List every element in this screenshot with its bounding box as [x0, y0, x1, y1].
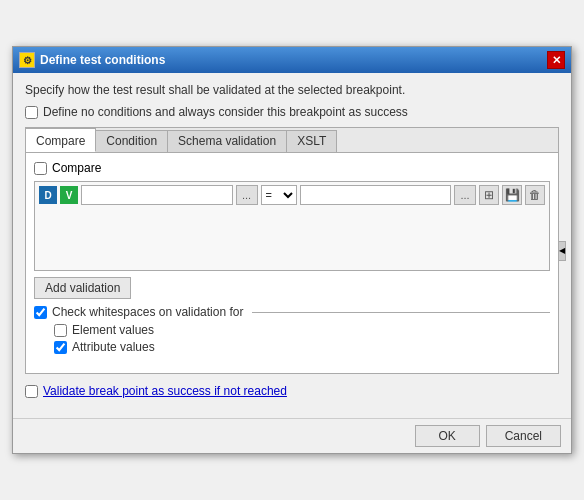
compare-section-header: Compare [34, 161, 550, 175]
title-bar: ⚙ Define test conditions ✕ [13, 47, 571, 73]
compare-rows-area: D V ... = != < > ... ⊞ 💾 [34, 181, 550, 271]
dialog-icon: ⚙ [19, 52, 35, 68]
tab-condition[interactable]: Condition [96, 130, 168, 152]
tab-xslt[interactable]: XSLT [287, 130, 337, 152]
type-v-badge: V [60, 186, 78, 204]
attribute-values-label: Attribute values [72, 340, 155, 354]
close-button[interactable]: ✕ [547, 51, 565, 69]
copy-button[interactable]: ⊞ [479, 185, 499, 205]
check-whitespace-header: Check whitespaces on validation for [34, 305, 550, 319]
tab-compare[interactable]: Compare [26, 128, 96, 152]
no-conditions-checkbox[interactable] [25, 106, 38, 119]
dialog-title: Define test conditions [40, 53, 165, 67]
description-text: Specify how the test result shall be val… [25, 83, 559, 97]
compare-label: Compare [52, 161, 101, 175]
element-values-label: Element values [72, 323, 154, 337]
check-whitespace-checkbox[interactable] [34, 306, 47, 319]
left-browse-button[interactable]: ... [236, 185, 258, 205]
left-path-input[interactable] [81, 185, 233, 205]
side-handle[interactable]: ◀ [558, 241, 566, 261]
save-button[interactable]: 💾 [502, 185, 522, 205]
compare-checkbox[interactable] [34, 162, 47, 175]
cancel-button[interactable]: Cancel [486, 425, 561, 447]
no-conditions-row: Define no conditions and always consider… [25, 105, 559, 119]
element-values-row: Element values [54, 323, 550, 337]
check-whitespace-section: Check whitespaces on validation for Elem… [34, 305, 550, 354]
tab-content-compare: Compare D V ... = != < > [26, 153, 558, 373]
ok-button[interactable]: OK [415, 425, 480, 447]
attribute-values-checkbox[interactable] [54, 341, 67, 354]
define-test-conditions-dialog: ⚙ Define test conditions ✕ Specify how t… [12, 46, 572, 454]
tabs-container: Compare Condition Schema validation XSLT… [25, 127, 559, 374]
no-conditions-label: Define no conditions and always consider… [43, 105, 408, 119]
dialog-body: Specify how the test result shall be val… [13, 73, 571, 418]
right-browse-button[interactable]: ... [454, 185, 476, 205]
element-values-checkbox[interactable] [54, 324, 67, 337]
title-bar-left: ⚙ Define test conditions [19, 52, 165, 68]
validate-breakpoint-row: Validate break point as success if not r… [25, 384, 559, 398]
buttons-row: OK Cancel [13, 418, 571, 453]
tabs-header: Compare Condition Schema validation XSLT [26, 128, 558, 153]
type-d-badge: D [39, 186, 57, 204]
validate-breakpoint-label: Validate break point as success if not r… [43, 384, 287, 398]
add-validation-button[interactable]: Add validation [34, 277, 131, 299]
tab-schema-validation[interactable]: Schema validation [168, 130, 287, 152]
delete-button[interactable]: 🗑 [525, 185, 545, 205]
compare-row: D V ... = != < > ... ⊞ 💾 [35, 182, 549, 208]
equals-select[interactable]: = != < > [261, 185, 297, 205]
check-whitespace-label: Check whitespaces on validation for [52, 305, 243, 319]
right-path-input[interactable] [300, 185, 452, 205]
validate-breakpoint-checkbox[interactable] [25, 385, 38, 398]
attribute-values-row: Attribute values [54, 340, 550, 354]
